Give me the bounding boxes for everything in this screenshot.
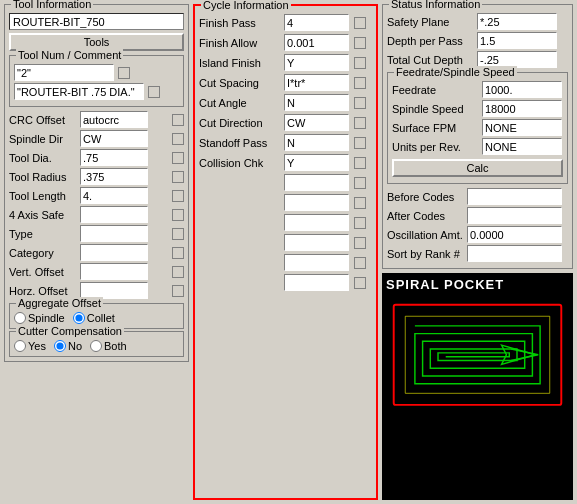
empty-input-4[interactable] xyxy=(284,234,349,251)
crc-offset-check[interactable] xyxy=(172,114,184,126)
empty-check-4[interactable] xyxy=(354,237,366,249)
finish-allow-check[interactable] xyxy=(354,37,366,49)
island-finish-check[interactable] xyxy=(354,57,366,69)
empty-input-2[interactable] xyxy=(284,194,349,211)
spindle-speed-input[interactable] xyxy=(482,100,562,117)
tool-num-input[interactable] xyxy=(14,64,114,81)
collet-radio-label: Collet xyxy=(87,312,115,324)
cycle-info-title: Cycle Information xyxy=(201,0,291,11)
calc-button[interactable]: Calc xyxy=(392,159,563,177)
surface-fpm-input[interactable] xyxy=(482,119,562,136)
both-radio[interactable] xyxy=(90,340,102,352)
tool-radius-check[interactable] xyxy=(172,171,184,183)
category-check[interactable] xyxy=(172,247,184,259)
cut-direction-input[interactable] xyxy=(284,114,349,131)
preview-box: SPIRAL POCKET xyxy=(382,273,573,500)
oscillation-amt-label: Oscillation Amt. xyxy=(387,229,467,241)
collision-chk-label: Collision Chk xyxy=(199,157,284,169)
finish-pass-label: Finish Pass xyxy=(199,17,284,29)
standoff-pass-label: Standoff Pass xyxy=(199,137,284,149)
type-check[interactable] xyxy=(172,228,184,240)
island-finish-input[interactable] xyxy=(284,54,349,71)
spindle-dir-label: Spindle Dir xyxy=(9,133,79,145)
empty-check-3[interactable] xyxy=(354,217,366,229)
finish-pass-check[interactable] xyxy=(354,17,366,29)
spindle-dir-input[interactable] xyxy=(80,130,148,147)
type-label: Type xyxy=(9,228,79,240)
vert-offset-check[interactable] xyxy=(172,266,184,278)
standoff-pass-input[interactable] xyxy=(284,134,349,151)
feedrate-label: Feedrate xyxy=(392,84,482,96)
4axis-safe-input[interactable] xyxy=(80,206,148,223)
before-codes-input[interactable] xyxy=(467,188,562,205)
no-radio[interactable] xyxy=(54,340,66,352)
tool-dia-check[interactable] xyxy=(172,152,184,164)
finish-pass-input[interactable] xyxy=(284,14,349,31)
tool-dia-label: Tool Dia. xyxy=(9,152,79,164)
depth-per-pass-input[interactable] xyxy=(477,32,557,49)
depth-per-pass-label: Depth per Pass xyxy=(387,35,477,47)
cut-angle-label: Cut Angle xyxy=(199,97,284,109)
safety-plane-input[interactable] xyxy=(477,13,557,30)
spiral-pocket-svg xyxy=(386,297,569,413)
empty-input-5[interactable] xyxy=(284,254,349,271)
island-finish-label: Island Finish xyxy=(199,57,284,69)
empty-input-1[interactable] xyxy=(284,174,349,191)
cut-spacing-input[interactable] xyxy=(284,74,349,91)
before-codes-label: Before Codes xyxy=(387,191,467,203)
aggregate-offset-title: Aggregate Offset xyxy=(16,297,103,309)
empty-input-6[interactable] xyxy=(284,274,349,291)
type-input[interactable] xyxy=(80,225,148,242)
spindle-dir-check[interactable] xyxy=(172,133,184,145)
after-codes-input[interactable] xyxy=(467,207,562,224)
empty-input-3[interactable] xyxy=(284,214,349,231)
units-per-rev-label: Units per Rev. xyxy=(392,141,482,153)
horz-offset-check[interactable] xyxy=(172,285,184,297)
horz-offset-label: Horz. Offset xyxy=(9,285,79,297)
category-input[interactable] xyxy=(80,244,148,261)
collet-radio[interactable] xyxy=(73,312,85,324)
tool-length-check[interactable] xyxy=(172,190,184,202)
empty-check-6[interactable] xyxy=(354,277,366,289)
crc-offset-label: CRC Offset xyxy=(9,114,79,126)
cutter-comp-title: Cutter Compensation xyxy=(16,325,124,337)
tool-comment-input[interactable] xyxy=(14,83,144,100)
empty-check-5[interactable] xyxy=(354,257,366,269)
collision-chk-input[interactable] xyxy=(284,154,349,171)
sort-by-rank-input[interactable] xyxy=(467,245,562,262)
yes-radio[interactable] xyxy=(14,340,26,352)
oscillation-amt-input[interactable] xyxy=(467,226,562,243)
cut-spacing-check[interactable] xyxy=(354,77,366,89)
finish-allow-label: Finish Allow xyxy=(199,37,284,49)
collision-chk-check[interactable] xyxy=(354,157,366,169)
feedrate-input[interactable] xyxy=(482,81,562,98)
tool-info-title: Tool Information xyxy=(11,0,93,10)
spindle-radio[interactable] xyxy=(14,312,26,324)
cut-angle-input[interactable] xyxy=(284,94,349,111)
preview-label: SPIRAL POCKET xyxy=(386,277,504,292)
cut-direction-check[interactable] xyxy=(354,117,366,129)
vert-offset-input[interactable] xyxy=(80,263,148,280)
tool-num-title: Tool Num / Comment xyxy=(16,49,123,61)
tool-length-input[interactable] xyxy=(80,187,148,204)
aggregate-offset-group: Spindle Collet xyxy=(14,312,179,324)
4axis-safe-label: 4 Axis Safe xyxy=(9,209,79,221)
cut-angle-check[interactable] xyxy=(354,97,366,109)
finish-allow-input[interactable] xyxy=(284,34,349,51)
surface-fpm-label: Surface FPM xyxy=(392,122,482,134)
units-per-rev-input[interactable] xyxy=(482,138,562,155)
after-codes-label: After Codes xyxy=(387,210,467,222)
tool-radius-input[interactable] xyxy=(80,168,148,185)
tool-dia-input[interactable] xyxy=(80,149,148,166)
4axis-safe-check[interactable] xyxy=(172,209,184,221)
empty-check-2[interactable] xyxy=(354,197,366,209)
yes-radio-label: Yes xyxy=(28,340,46,352)
crc-offset-input[interactable] xyxy=(80,111,148,128)
tool-name-display: ROUTER-BIT_750 xyxy=(9,13,184,30)
empty-check-1[interactable] xyxy=(354,177,366,189)
standoff-pass-check[interactable] xyxy=(354,137,366,149)
total-cut-depth-label: Total Cut Depth xyxy=(387,54,477,66)
tool-num-check[interactable] xyxy=(118,67,130,79)
cutter-comp-group: Yes No Both xyxy=(14,340,179,352)
tool-comment-check[interactable] xyxy=(148,86,160,98)
